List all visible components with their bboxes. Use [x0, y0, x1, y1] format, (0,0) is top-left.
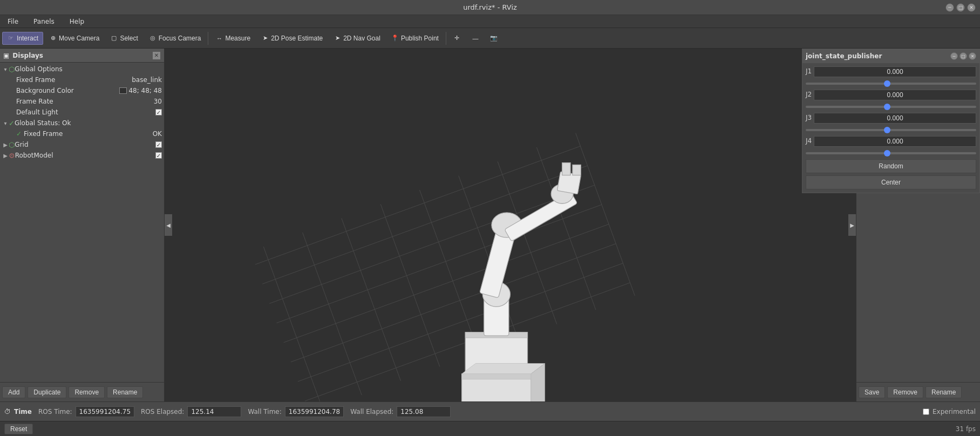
toolbar-sep-2 [446, 32, 446, 45]
displays-footer: Add Duplicate Remove Rename [0, 382, 164, 401]
default-light-item[interactable]: Default Light ✓ [0, 107, 164, 118]
nav-goal-icon: ➤ [334, 35, 341, 42]
toolbar-sep-1 [208, 32, 208, 45]
wall-time-section: Wall Time: 1635991204.78 [248, 406, 344, 417]
joint-3-label: J3 [806, 114, 812, 121]
experimental-checkbox[interactable] [923, 408, 929, 415]
robot-scene [165, 49, 856, 401]
experimental-label: Experimental [933, 408, 976, 415]
menubar: File Panels Help [0, 15, 980, 28]
robot-model-icon: ⚙ [9, 152, 15, 160]
robot-model-item[interactable]: ▶ ⚙ RobotModel ✓ [0, 150, 164, 161]
jsp-close-button[interactable]: ✕ [969, 52, 976, 60]
remove-view-button[interactable]: Remove [887, 386, 923, 398]
global-status-item[interactable]: ▾ ✓ Global Status: Ok [0, 118, 164, 128]
add-axis-button[interactable]: ✛ [448, 32, 466, 45]
rename-display-button[interactable]: Rename [107, 386, 143, 398]
fixed-frame-item[interactable]: Fixed Frame base_link [0, 74, 164, 85]
frame-rate-item[interactable]: Frame Rate 30 [0, 96, 164, 107]
background-color-item[interactable]: Background Color 48; 48; 48 [0, 85, 164, 96]
global-options-item[interactable]: ▾ ⬡ Global Options [0, 64, 164, 74]
ros-time-section: ROS Time: 1635991204.75 [38, 406, 134, 417]
reset-button[interactable]: Reset [4, 424, 33, 434]
random-button[interactable]: Random [806, 159, 976, 173]
scene-background [165, 49, 856, 401]
remove-display-button[interactable]: Remove [69, 386, 105, 398]
jsp-win-buttons: ─ □ ✕ [950, 52, 976, 60]
menu-help[interactable]: Help [66, 17, 87, 26]
ros-elapsed-label: ROS Elapsed: [141, 408, 184, 415]
fixed-frame-status-item[interactable]: ✓ Fixed Frame OK [0, 128, 164, 139]
time-icon: ⏱ [4, 408, 11, 415]
background-color-swatch [119, 87, 127, 94]
viewport-arrow-right[interactable]: ▶ [848, 214, 856, 236]
center-button[interactable]: Center [806, 175, 976, 189]
grid-item[interactable]: ▶ ⬡ Grid ✓ [0, 139, 164, 150]
publish-point-button[interactable]: 📍 Publish Point [386, 32, 444, 45]
global-options-icon: ⬡ [9, 65, 15, 73]
move-camera-icon: ⊕ [49, 35, 57, 42]
joint-3-input[interactable] [814, 113, 976, 124]
wall-elapsed-section: Wall Elapsed: 125.08 [350, 406, 451, 417]
duplicate-button[interactable]: Duplicate [28, 386, 66, 398]
default-light-checkbox[interactable]: ✓ [155, 109, 162, 115]
joint-1-input[interactable] [814, 66, 976, 77]
ros-time-label: ROS Time: [38, 408, 72, 415]
window-title: urdf.rviz* - RViz [463, 3, 517, 11]
joint-4-slider[interactable] [806, 152, 976, 154]
minimize-button[interactable]: ─ [945, 3, 954, 12]
wall-elapsed-label: Wall Elapsed: [350, 408, 393, 415]
joint-4-input[interactable] [814, 136, 976, 147]
joint-3-row: J3 [806, 113, 976, 133]
global-status-icon: ✓ [9, 119, 15, 127]
rename-view-button[interactable]: Rename [925, 386, 962, 398]
menu-file[interactable]: File [4, 17, 22, 26]
move-camera-button[interactable]: ⊕ Move Camera [44, 32, 104, 45]
measure-button[interactable]: ↔ Measure [210, 32, 255, 45]
select-icon: ▢ [110, 35, 118, 42]
pose-estimate-button[interactable]: ➤ 2D Pose Estimate [256, 32, 328, 45]
camera-button[interactable]: 📷 [485, 32, 502, 45]
svg-rect-33 [462, 374, 531, 379]
subtract-icon: — [472, 35, 479, 42]
interact-button[interactable]: ☞ Interact [2, 32, 43, 45]
viewport[interactable]: ◀ ▶ [165, 49, 856, 401]
main-area: ▣ Displays ✕ ▾ ⬡ Global Options Fixed Fr… [0, 49, 980, 401]
add-display-button[interactable]: Add [2, 386, 25, 398]
display-tree: ▾ ⬡ Global Options Fixed Frame base_link… [0, 63, 164, 382]
grid-expand: ▶ [2, 141, 9, 148]
close-button[interactable]: ✕ [967, 3, 976, 12]
menu-panels[interactable]: Panels [30, 17, 58, 26]
fixed-frame-status-check: ✓ [9, 130, 22, 138]
measure-icon: ↔ [215, 35, 223, 42]
robot-model-checkbox[interactable]: ✓ [155, 152, 162, 159]
wall-time-value: 1635991204.78 [285, 406, 344, 417]
jsp-minimize-button[interactable]: ─ [950, 52, 958, 60]
robot-model-expand: ▶ [2, 152, 9, 159]
joint-3-slider[interactable] [806, 129, 976, 131]
joint-1-slider[interactable] [806, 83, 976, 85]
focus-camera-button[interactable]: ◎ Focus Camera [144, 32, 206, 45]
joint-2-slider[interactable] [806, 106, 976, 108]
maximize-button[interactable]: □ [956, 3, 965, 12]
status-bar: Reset 31 fps [0, 421, 980, 436]
subtract-button[interactable]: — [467, 32, 484, 45]
displays-close-button[interactable]: ✕ [152, 51, 161, 60]
status-left: Reset [4, 424, 33, 434]
displays-panel: ▣ Displays ✕ ▾ ⬡ Global Options Fixed Fr… [0, 49, 165, 401]
add-axis-icon: ✛ [453, 35, 461, 42]
joint-state-publisher-panel: joint_state_publisher ─ □ ✕ J1 [802, 49, 980, 193]
viewport-arrow-left[interactable]: ◀ [165, 214, 172, 236]
save-view-button[interactable]: Save [859, 386, 885, 398]
select-button[interactable]: ▢ Select [105, 32, 142, 45]
joint-2-input[interactable] [814, 90, 976, 100]
grid-checkbox[interactable]: ✓ [155, 141, 162, 148]
joint-4-row: J4 [806, 136, 976, 156]
jsp-titlebar: joint_state_publisher ─ □ ✕ [802, 49, 979, 63]
joint-1-row: J1 [806, 66, 976, 86]
nav-goal-button[interactable]: ➤ 2D Nav Goal [329, 32, 385, 45]
titlebar: urdf.rviz* - RViz ─ □ ✕ [0, 0, 980, 15]
jsp-body: J1 J2 J3 [802, 63, 979, 193]
jsp-maximize-button[interactable]: □ [959, 52, 967, 60]
time-panel: ⏱ Time ROS Time: 1635991204.75 ROS Elaps… [0, 401, 980, 421]
